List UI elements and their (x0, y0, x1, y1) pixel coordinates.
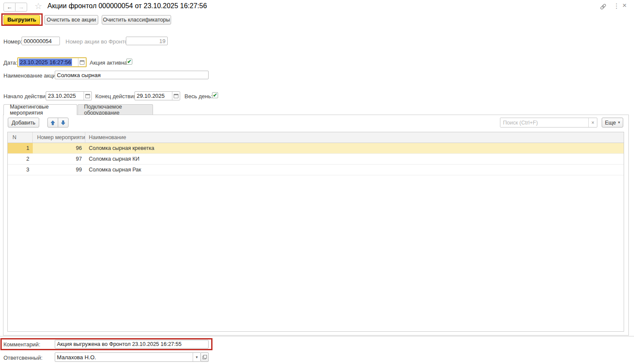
date-field[interactable]: 23.10.2025 16:27:56 (17, 57, 87, 67)
cell-event-number[interactable]: 97 (33, 154, 85, 164)
arrow-down-icon (61, 120, 66, 125)
chevron-down-icon: ▾ (196, 355, 198, 359)
calendar-icon (174, 94, 178, 98)
back-button[interactable]: ← (3, 3, 16, 12)
favorite-star-icon[interactable]: ☆ (34, 2, 42, 10)
tab-marketing-events[interactable]: Маркетинговые мероприятия (3, 104, 77, 115)
promo-name-label: Наименование акции: (3, 72, 60, 79)
calendar-icon (85, 94, 90, 98)
check-icon: ✔ (213, 93, 217, 98)
table-header-row: N Номер мероприятия Наименование (8, 132, 624, 143)
search-clear-button[interactable]: × (588, 118, 597, 127)
responsible-field[interactable]: ▾ (55, 352, 201, 362)
close-icon[interactable]: × (622, 2, 627, 9)
upload-button[interactable]: Выгрузить (3, 15, 40, 25)
search-input[interactable] (500, 118, 588, 127)
back-icon: ← (7, 4, 12, 10)
column-header-name[interactable]: Наименование (85, 132, 624, 143)
cell-n[interactable]: 3 (8, 165, 33, 175)
cell-name[interactable]: Соломка сырная креветка (85, 143, 624, 153)
more-actions-label: Еще (605, 120, 616, 126)
cell-n[interactable]: 2 (8, 154, 33, 164)
chevron-down-icon: ▾ (618, 121, 620, 124)
move-row-buttons (47, 118, 69, 128)
number-input[interactable] (22, 37, 60, 45)
start-date-field[interactable] (46, 91, 92, 100)
frontol-number-input[interactable] (126, 37, 168, 45)
cell-event-number[interactable]: 99 (33, 165, 85, 175)
cell-name[interactable]: Соломка сырная КИ (85, 154, 624, 164)
table-row[interactable]: 3 99 Соломка сырная Рак (8, 165, 624, 175)
more-actions-button[interactable]: Еще ▾ (602, 118, 623, 128)
cell-name[interactable]: Соломка сырная Рак (85, 165, 624, 175)
link-icon[interactable] (600, 3, 607, 11)
forward-icon: → (19, 4, 24, 10)
promo-active-checkbox[interactable]: ✔ (126, 59, 132, 65)
arrow-up-icon (50, 120, 55, 125)
start-date-calendar-button[interactable] (84, 92, 91, 100)
move-down-button[interactable] (58, 118, 69, 128)
forward-button[interactable]: → (15, 3, 27, 12)
start-date-input[interactable] (46, 92, 84, 100)
cell-n[interactable]: 1 (8, 143, 33, 153)
tab-connected-equipment[interactable]: Подключаемое оборудование (78, 104, 153, 115)
history-nav: ← → (3, 3, 27, 12)
date-label: Дата: (3, 59, 17, 66)
date-calendar-button[interactable] (78, 58, 86, 66)
all-day-checkbox[interactable]: ✔ (212, 92, 218, 98)
number-label: Номер: (3, 38, 22, 45)
end-date-input[interactable] (135, 92, 172, 100)
clear-classifiers-button[interactable]: Очистить классификаторы (102, 15, 171, 25)
responsible-input[interactable] (55, 353, 193, 361)
promo-form-window: ← → ☆ Акции фронтол 000000054 от 23.10.2… (0, 0, 634, 364)
responsible-label: Ответсвенный: (3, 355, 43, 361)
move-up-button[interactable] (47, 118, 58, 128)
table-row[interactable]: 1 96 Соломка сырная креветка (8, 143, 624, 154)
open-reference-icon (203, 355, 207, 359)
end-date-label: Конец действия: (95, 93, 138, 100)
comment-label: Комментарий: (3, 341, 41, 348)
responsible-open-button[interactable] (200, 352, 209, 362)
table-row[interactable]: 2 97 Соломка сырная КИ (8, 154, 624, 165)
calendar-icon (80, 60, 84, 65)
end-date-calendar-button[interactable] (172, 92, 180, 100)
comment-input[interactable] (55, 340, 209, 348)
promo-active-label: Акция активна: (90, 59, 129, 66)
page-title: Акции фронтол 000000054 от 23.10.2025 16… (47, 2, 207, 10)
clear-icon: × (591, 120, 594, 126)
cell-event-number[interactable]: 96 (33, 143, 85, 153)
start-date-label: Начало действия: (3, 93, 50, 100)
bottom-separator (0, 336, 634, 336)
check-icon: ✔ (127, 59, 131, 64)
search-box: × (500, 118, 597, 128)
end-date-field[interactable] (134, 91, 180, 100)
date-value-selected: 23.10.2025 16:27:56 (19, 59, 72, 66)
add-row-button[interactable]: Добавить (8, 118, 39, 128)
all-day-label: Весь день: (184, 93, 212, 100)
responsible-dropdown-button[interactable]: ▾ (193, 353, 200, 361)
events-table: N Номер мероприятия Наименование 1 96 Со… (7, 132, 624, 332)
column-header-event-number[interactable]: Номер мероприятия (33, 132, 85, 143)
column-header-n[interactable]: N (8, 132, 33, 143)
more-menu-icon[interactable]: ⋮ (613, 3, 620, 9)
clear-all-promos-button[interactable]: Очистить все акции (44, 15, 98, 25)
frontol-number-label: Номер акции во Фронтоле: (66, 38, 135, 45)
promo-name-input[interactable] (55, 71, 209, 79)
